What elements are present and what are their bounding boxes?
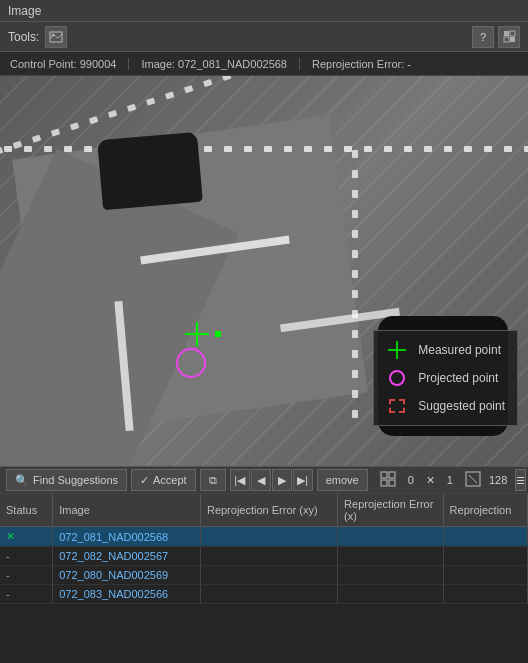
action-num1-val: 0 <box>404 474 418 486</box>
find-suggestions-btn[interactable]: 🔍 Find Suggestions <box>6 469 127 491</box>
data-table: Status Image Reprojection Error (xy) Rep… <box>0 494 528 604</box>
table-cell-status: - <box>0 585 53 604</box>
dots-col-right <box>350 146 360 426</box>
projected-marker <box>176 348 206 378</box>
find-suggestions-icon: 🔍 <box>15 474 29 487</box>
legend-measured: Measured point <box>386 339 505 361</box>
table-row[interactable]: ✕072_081_NAD002568 <box>0 527 528 547</box>
action-bar: 🔍 Find Suggestions ✓ Accept ⧉ |◀ ◀ ▶ ▶| … <box>0 466 528 494</box>
grid-settings-btn[interactable]: ☰ <box>515 469 526 491</box>
image-info: Image: 072_081_NAD002568 <box>141 58 300 70</box>
toolbar-right: ? <box>472 26 520 48</box>
dashed-rect-icon <box>389 399 405 413</box>
nav-first-btn[interactable]: |◀ <box>230 469 250 491</box>
table-row[interactable]: -072_082_NAD002567 <box>0 547 528 566</box>
svg-rect-23 <box>389 480 395 486</box>
table-cell-rep <box>443 547 527 566</box>
control-point-info: Control Point: 990004 <box>10 58 129 70</box>
table-cell-image: 072_080_NAD002569 <box>53 566 201 585</box>
svg-rect-6 <box>510 31 515 36</box>
legend-overlay: Measured point Projected point Suggested… <box>373 330 518 426</box>
table-cell-rep <box>443 527 527 547</box>
legend-projected: Projected point <box>386 367 505 389</box>
dots-svg-col <box>350 146 360 426</box>
grid-icon-1 <box>380 471 396 487</box>
copy-btn[interactable]: ⧉ <box>200 469 226 491</box>
svg-rect-10 <box>0 144 528 154</box>
action-num2-val: 1 <box>443 474 457 486</box>
table-cell-rep <box>443 585 527 604</box>
table-cell-status: - <box>0 566 53 585</box>
legend-measured-icon <box>386 339 408 361</box>
copy-icon: ⧉ <box>209 474 217 487</box>
remove-label: emove <box>326 474 359 486</box>
image-viewport[interactable]: Measured point Projected point Suggested… <box>0 76 528 466</box>
legend-projected-icon <box>386 367 408 389</box>
window-title: Image <box>8 4 41 18</box>
action-num1 <box>376 471 400 489</box>
table-cell-status: ✕ <box>0 527 53 547</box>
legend-suggested-label: Suggested point <box>418 399 505 413</box>
svg-line-2 <box>54 35 58 38</box>
nav-last-btn[interactable]: ▶| <box>293 469 313 491</box>
table-body: ✕072_081_NAD002568-072_082_NAD002567-072… <box>0 527 528 604</box>
svg-rect-21 <box>389 472 395 478</box>
svg-point-4 <box>52 33 55 36</box>
accept-btn[interactable]: ✓ Accept <box>131 469 196 491</box>
toolbar: Tools: ? <box>0 22 528 52</box>
table-cell-image: 072_082_NAD002567 <box>53 547 201 566</box>
find-suggestions-label: Find Suggestions <box>33 474 118 486</box>
reprojection-error-info: Reprojection Error: - <box>312 58 423 70</box>
table-cell-image: 072_081_NAD002568 <box>53 527 201 547</box>
remove-btn[interactable]: emove <box>317 469 368 491</box>
table-cell-repxy <box>200 527 337 547</box>
table-cell-image: 072_083_NAD002566 <box>53 585 201 604</box>
table-cell-status: - <box>0 547 53 566</box>
projected-dot <box>215 331 221 337</box>
table-header-row: Status Image Reprojection Error (xy) Rep… <box>0 494 528 527</box>
action-num3-icon <box>465 471 481 490</box>
col-header-repxy: Reprojection Error (xy) <box>200 494 337 527</box>
legend-projected-label: Projected point <box>418 371 498 385</box>
dots-svg-top <box>0 144 528 154</box>
svg-line-25 <box>469 475 477 483</box>
help-btn[interactable]: ? <box>472 26 494 48</box>
col-header-repx: Reprojection Error (x) <box>338 494 444 527</box>
settings-icon <box>503 30 516 43</box>
tools-label: Tools: <box>8 30 39 44</box>
svg-rect-22 <box>381 480 387 486</box>
accept-label: Accept <box>153 474 187 486</box>
image-icon <box>49 30 63 44</box>
toolbar-left: Tools: <box>8 26 67 48</box>
measured-marker <box>185 322 209 346</box>
col-header-rep: Reprojection <box>443 494 527 527</box>
action-num2-icon: ✕ <box>422 474 439 487</box>
table-cell-repx <box>338 585 444 604</box>
table-row[interactable]: -072_080_NAD002569 <box>0 566 528 585</box>
col-header-image: Image <box>53 494 201 527</box>
nav-next-btn[interactable]: ▶ <box>272 469 292 491</box>
table-cell-repx <box>338 547 444 566</box>
legend-suggested-icon <box>386 395 408 417</box>
svg-rect-14 <box>350 146 360 426</box>
title-bar: Image <box>0 0 528 22</box>
table-container[interactable]: Status Image Reprojection Error (xy) Rep… <box>0 494 528 663</box>
table-row[interactable]: -072_083_NAD002566 <box>0 585 528 604</box>
svg-rect-5 <box>504 31 509 36</box>
vehicle-top <box>97 132 203 210</box>
table-cell-rep <box>443 566 527 585</box>
circle-icon <box>389 370 405 386</box>
table-cell-repxy <box>200 585 337 604</box>
aerial-image: Measured point Projected point Suggested… <box>0 76 528 466</box>
accept-icon: ✓ <box>140 474 149 487</box>
svg-rect-8 <box>510 37 515 42</box>
nav-prev-btn[interactable]: ◀ <box>251 469 271 491</box>
settings-btn[interactable] <box>498 26 520 48</box>
action-num3-val: 128 <box>485 474 511 486</box>
image-tool-btn[interactable] <box>45 26 67 48</box>
legend-suggested: Suggested point <box>386 395 505 417</box>
table-cell-repxy <box>200 566 337 585</box>
measured-icon-svg <box>388 341 406 359</box>
info-bar: Control Point: 990004 Image: 072_081_NAD… <box>0 52 528 76</box>
nav-buttons: |◀ ◀ ▶ ▶| <box>230 469 313 491</box>
